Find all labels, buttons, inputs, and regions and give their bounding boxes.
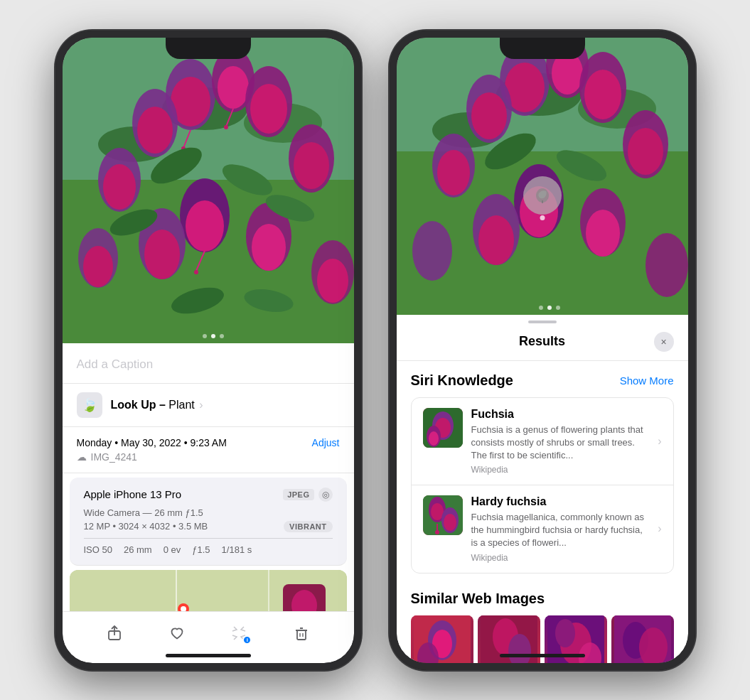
- svg-rect-53: [297, 630, 306, 640]
- lookup-dot: [540, 215, 545, 220]
- svg-point-16: [294, 142, 329, 189]
- siri-section-title: Siri Knowledge: [411, 372, 513, 389]
- info-badge: i: [242, 635, 252, 645]
- cloud-icon: ☁: [77, 451, 87, 463]
- exif-iso: ISO 50: [84, 544, 112, 555]
- location-icon: ◎: [318, 488, 333, 502]
- knowledge-item-fuchsia[interactable]: Fuchsia Fuchsia is a genus of flowering …: [412, 398, 673, 486]
- knowledge-card: Fuchsia Fuchsia is a genus of flowering …: [411, 397, 674, 574]
- left-phone: Add a Caption 🍃 Look Up – Plant › Monday…: [55, 31, 361, 670]
- lookup-label: Look Up –: [111, 399, 166, 411]
- svg-point-111: [555, 619, 575, 647]
- svg-point-10: [137, 107, 173, 154]
- svg-point-98: [444, 514, 456, 531]
- fuchsia-chevron-icon: ›: [658, 435, 661, 448]
- fuchsia-description: Fuchsia is a genus of flowering plants t…: [471, 424, 650, 463]
- svg-point-32: [194, 270, 198, 274]
- svg-point-68: [471, 92, 507, 139]
- close-button[interactable]: ×: [654, 332, 674, 352]
- svg-point-86: [547, 306, 552, 310]
- web-images-title: Similar Web Images: [411, 591, 674, 607]
- info-button[interactable]: i: [229, 623, 249, 643]
- hardy-thumbnail: [423, 495, 463, 535]
- exif-row: ISO 50 26 mm 0 ev ƒ1.5 1/181 s: [84, 538, 333, 555]
- svg-point-12: [250, 84, 287, 134]
- svg-point-72: [437, 150, 470, 195]
- lookup-row[interactable]: 🍃 Look Up – Plant ›: [63, 384, 354, 427]
- svg-point-30: [224, 125, 228, 129]
- svg-point-82: [645, 233, 688, 297]
- svg-point-41: [220, 334, 224, 338]
- svg-point-22: [252, 224, 286, 271]
- svg-point-80: [586, 210, 620, 257]
- metadata-section: Monday • May 30, 2022 • 9:23 AM Adjust ☁…: [63, 427, 354, 473]
- lookup-text: Look Up – Plant ›: [111, 399, 203, 411]
- fuchsia-thumbnail: [423, 408, 463, 448]
- photo-area-right[interactable]: [397, 38, 688, 315]
- exif-aperture: ƒ1.5: [192, 544, 210, 555]
- hardy-name: Hardy fuchsia: [471, 495, 650, 508]
- svg-point-74: [628, 128, 663, 175]
- fuchsia-source: Wikipedia: [471, 465, 650, 475]
- device-name-label: Apple iPhone 13 Pro: [84, 488, 182, 500]
- knowledge-item-hardy[interactable]: Hardy fuchsia Fuchsia magellanica, commo…: [412, 485, 673, 573]
- file-specs: 12 MP • 3024 × 4032 • 3.5 MB: [84, 521, 208, 532]
- home-indicator-right: [500, 654, 585, 657]
- results-header: Results ×: [397, 323, 688, 361]
- results-title: Results: [431, 334, 654, 349]
- svg-point-24: [83, 246, 113, 287]
- hardy-content: Hardy fuchsia Fuchsia magellanica, commo…: [471, 495, 650, 563]
- filename-label: IMG_4241: [91, 451, 137, 463]
- date-label: Monday • May 30, 2022 • 9:23 AM: [77, 437, 227, 448]
- hardy-source: Wikipedia: [471, 553, 650, 563]
- svg-point-26: [317, 259, 348, 303]
- hardy-description: Fuchsia magellanica, commonly known as t…: [471, 511, 650, 550]
- home-indicator-left: [166, 654, 251, 657]
- exif-focal: 26 mm: [124, 544, 152, 555]
- exif-shutter: 1/181 s: [222, 544, 252, 555]
- svg-point-70: [584, 70, 621, 119]
- web-image-1[interactable]: [411, 615, 473, 663]
- svg-point-39: [203, 334, 207, 338]
- device-section: Apple iPhone 13 Pro JPEG ◎ Wide Camera —…: [70, 478, 347, 566]
- right-phone: Results × Siri Knowledge Show More: [390, 31, 695, 670]
- svg-point-93: [429, 431, 439, 446]
- hardy-chevron-icon: ›: [658, 522, 661, 535]
- web-image-4[interactable]: [611, 615, 674, 663]
- exif-ev: 0 ev: [164, 544, 181, 555]
- svg-rect-116: [614, 615, 671, 663]
- fuchsia-name: Fuchsia: [471, 408, 650, 421]
- svg-point-8: [218, 66, 249, 109]
- svg-point-85: [539, 306, 543, 310]
- filter-badge: VIBRANT: [284, 521, 332, 532]
- svg-point-100: [435, 530, 439, 534]
- notch: [166, 38, 251, 59]
- adjust-button[interactable]: Adjust: [312, 437, 340, 448]
- visual-lookup-overlay-btn[interactable]: [523, 176, 562, 215]
- toolbar: i: [63, 611, 354, 649]
- camera-specs: Wide Camera — 26 mm ƒ1.5: [84, 507, 333, 518]
- svg-point-40: [211, 334, 215, 338]
- delete-button[interactable]: [291, 623, 311, 643]
- svg-point-78: [478, 215, 514, 265]
- leaf-icon: [533, 186, 552, 205]
- lookup-subject: Plant: [168, 399, 194, 411]
- favorite-button[interactable]: [167, 623, 187, 643]
- visual-lookup-icon: 🍃: [77, 392, 102, 418]
- fuchsia-content: Fuchsia Fuchsia is a genus of flowering …: [471, 408, 650, 475]
- flower-photo-left: [63, 38, 354, 343]
- svg-point-87: [556, 306, 560, 310]
- show-more-button[interactable]: Show More: [620, 375, 674, 387]
- format-badge: JPEG: [283, 489, 314, 500]
- caption-field[interactable]: Add a Caption: [63, 346, 354, 384]
- siri-knowledge-section: Siri Knowledge Show More: [397, 361, 688, 579]
- results-panel: Results × Siri Knowledge Show More: [397, 321, 688, 663]
- svg-point-20: [144, 230, 180, 279]
- photo-area-left[interactable]: [63, 38, 354, 346]
- web-images-section: Similar Web Images: [397, 579, 688, 663]
- svg-point-81: [412, 221, 452, 281]
- lookup-chevron-icon: ›: [199, 399, 203, 411]
- caption-placeholder: Add a Caption: [77, 357, 154, 371]
- svg-point-18: [186, 200, 224, 252]
- share-button[interactable]: [105, 623, 124, 643]
